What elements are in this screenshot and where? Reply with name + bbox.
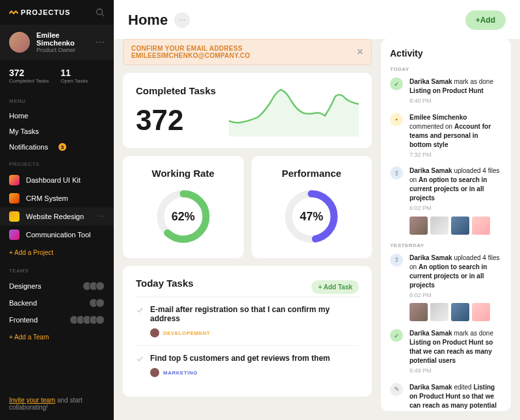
- activity-thumbnails: [410, 303, 502, 321]
- performance-value: 47%: [300, 210, 323, 224]
- sidebar-item-notifications[interactable]: Notifications3: [0, 139, 114, 155]
- project-icon: [9, 193, 20, 203]
- project-icon: [9, 230, 20, 240]
- activity-panel: Activity TODAY ✓ Darika Samak mark as do…: [381, 39, 511, 411]
- comment-icon: ▪: [390, 113, 403, 126]
- activity-verb: mark as done: [452, 330, 493, 337]
- title-more-icon[interactable]: ⋯: [174, 12, 190, 28]
- thumbnail[interactable]: [410, 303, 428, 321]
- add-task-button[interactable]: + Add Task: [311, 280, 359, 294]
- menu-section-label: MENU: [0, 92, 114, 108]
- team-avatars: [92, 298, 105, 308]
- sidebar-team-frontend[interactable]: Frontend: [0, 311, 114, 328]
- sidebar-item-label: Communication Tool: [26, 231, 90, 239]
- thumbnail[interactable]: [430, 217, 448, 235]
- brand-text: PROJECTUS: [21, 8, 70, 16]
- activity-time: 6:02 PM: [410, 204, 502, 213]
- activity-item: ▪ Emilee Simchenko commented on Account …: [390, 113, 502, 159]
- svg-line-1: [102, 14, 105, 17]
- sidebar-item-label: Dashboard UI Kit: [26, 176, 81, 184]
- sidebar-team-backend[interactable]: Backend: [0, 295, 114, 311]
- activity-actor: Darika Samak: [410, 330, 452, 337]
- sidebar-item-label: Backend: [9, 299, 37, 307]
- sidebar-project-crm[interactable]: CRM System: [0, 189, 114, 207]
- task-tag: MARKETING: [163, 370, 198, 376]
- add-project-link[interactable]: + Add a Project: [0, 244, 114, 261]
- upload-icon: ⇧: [390, 166, 403, 179]
- activity-item: ✓ Darika Samak mark as done Listing on P…: [390, 77, 502, 105]
- checkmark-icon[interactable]: [136, 306, 144, 314]
- completed-tasks-value: 372: [136, 104, 216, 137]
- sidebar-project-comm-tool[interactable]: Communication Tool: [0, 226, 114, 244]
- activity-time: 6:02 PM: [410, 291, 502, 300]
- sidebar: PROJECTUS Emilee Simchenko Product Owner…: [0, 0, 114, 420]
- topbar: Home ⋯ +Add: [114, 0, 520, 39]
- task-row[interactable]: E-mail after registration so that I can …: [136, 296, 359, 345]
- project-more-icon[interactable]: ⋯: [98, 213, 105, 221]
- user-card[interactable]: Emilee Simchenko Product Owner ⋯: [0, 25, 114, 60]
- sidebar-item-home[interactable]: Home: [0, 108, 114, 124]
- sidebar-footer: Invite your team and start collaborating…: [0, 387, 114, 420]
- sidebar-item-label: Home: [9, 112, 28, 120]
- card-title: Today Tasks: [136, 278, 194, 289]
- thumbnail[interactable]: [410, 217, 428, 235]
- brand-logo: PROJECTUS: [9, 8, 90, 16]
- activity-actor: Emilee Simchenko: [410, 114, 467, 121]
- invite-team-link[interactable]: Invite your team: [9, 397, 55, 404]
- working-rate-value: 62%: [172, 210, 195, 224]
- activity-object: An option to search in current projects …: [410, 263, 487, 289]
- activity-item: ⇧ Darika Samak uploaded 4 files on An op…: [390, 166, 502, 235]
- activity-today-label: TODAY: [390, 66, 502, 72]
- task-assignee-avatar: [150, 328, 159, 337]
- card-title: Completed Tasks: [136, 85, 216, 96]
- notifications-badge: 3: [58, 143, 66, 151]
- team-avatars: [85, 282, 105, 291]
- sidebar-item-label: CRM System: [26, 194, 68, 202]
- stat-open-label: Open Tasks: [60, 78, 88, 84]
- add-button[interactable]: +Add: [465, 10, 506, 30]
- thumbnail[interactable]: [451, 303, 469, 321]
- sidebar-item-label: Notifications: [9, 143, 48, 151]
- stat-completed: 372 Completed Tasks: [9, 68, 49, 84]
- check-icon: ✓: [390, 329, 403, 342]
- thumbnail[interactable]: [430, 303, 448, 321]
- activity-time: 5:49 PM: [410, 367, 502, 375]
- task-row[interactable]: Find top 5 customers and get reviews fro…: [136, 345, 359, 385]
- stat-completed-label: Completed Tasks: [9, 78, 49, 84]
- task-title: E-mail after registration so that I can …: [150, 305, 359, 323]
- sidebar-project-website-redesign[interactable]: Website Redesign⋯: [0, 207, 114, 226]
- activity-item: ✓ Darika Samak mark as done Listing on P…: [390, 329, 502, 375]
- task-title: Find top 5 customers and get reviews fro…: [150, 354, 359, 363]
- sidebar-item-label: My Tasks: [9, 127, 39, 135]
- close-icon[interactable]: ×: [357, 46, 363, 58]
- thumbnail[interactable]: [472, 217, 490, 235]
- activity-actor: Darika Samak: [410, 167, 452, 174]
- working-rate-card: Working Rate 62%: [123, 156, 244, 258]
- activity-object: An option to search in current projects …: [410, 176, 487, 202]
- activity-time: 8:40 PM: [410, 97, 502, 105]
- search-icon[interactable]: [96, 8, 105, 17]
- sidebar-item-label: Designers: [9, 282, 42, 290]
- card-title: Working Rate: [136, 168, 231, 179]
- activity-object: Listing on Product Hunt: [410, 87, 484, 94]
- logo-icon: [9, 9, 18, 16]
- sidebar-team-designers[interactable]: Designers: [0, 278, 114, 295]
- sidebar-project-dashboard-ui[interactable]: Dashboard UI Kit: [0, 171, 114, 189]
- user-avatar: [9, 32, 30, 53]
- user-role: Product Owner: [36, 47, 89, 53]
- sidebar-item-my-tasks[interactable]: My Tasks: [0, 124, 114, 139]
- project-icon: [9, 211, 20, 222]
- add-team-link[interactable]: + Add a Team: [0, 328, 114, 346]
- activity-verb: commented on: [410, 123, 454, 130]
- upload-icon: ⇧: [390, 254, 403, 267]
- thumbnail[interactable]: [472, 303, 490, 321]
- alert-text: CONFIRM YOUR EMAIL ADDRESS EMILEESIMCHEN…: [131, 45, 357, 59]
- edit-icon: ✎: [390, 383, 403, 396]
- thumbnail[interactable]: [451, 217, 469, 235]
- sidebar-item-label: Frontend: [9, 316, 38, 324]
- stat-open: 11 Open Tasks: [60, 68, 88, 84]
- activity-thumbnails: [410, 217, 502, 235]
- user-more-icon[interactable]: ⋯: [96, 37, 105, 47]
- checkmark-icon[interactable]: [136, 355, 144, 363]
- activity-verb: edited: [452, 384, 474, 391]
